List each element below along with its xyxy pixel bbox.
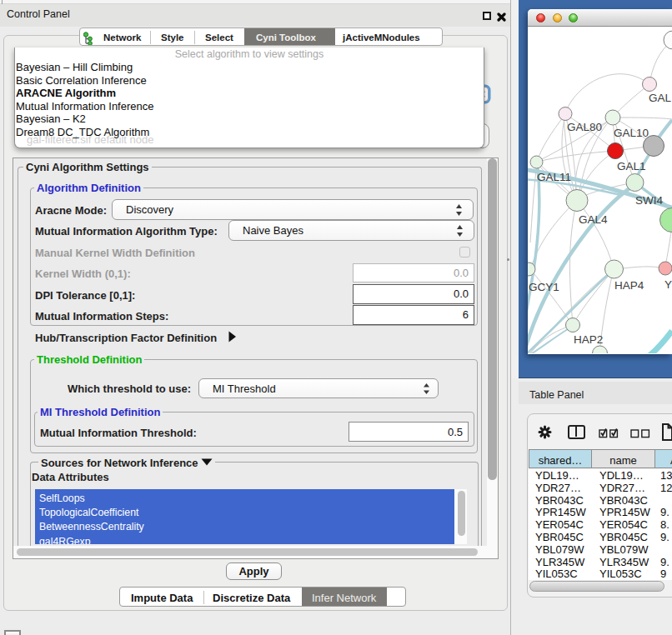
svg-text:GCY1: GCY1 [529, 281, 559, 293]
svg-text:GAL: GAL [649, 92, 672, 104]
svg-text:SWI4: SWI4 [635, 194, 663, 207]
svg-text:GAL10: GAL10 [614, 127, 649, 139]
svg-text:GAL4: GAL4 [579, 213, 608, 226]
svg-text:Y: Y [664, 278, 672, 291]
svg-text:GAL80: GAL80 [567, 121, 602, 133]
svg-text:GAL11: GAL11 [537, 171, 571, 183]
svg-text:HAP4: HAP4 [614, 279, 644, 292]
svg-text:HAP2: HAP2 [574, 333, 603, 346]
svg-text:GAL1: GAL1 [617, 160, 646, 172]
